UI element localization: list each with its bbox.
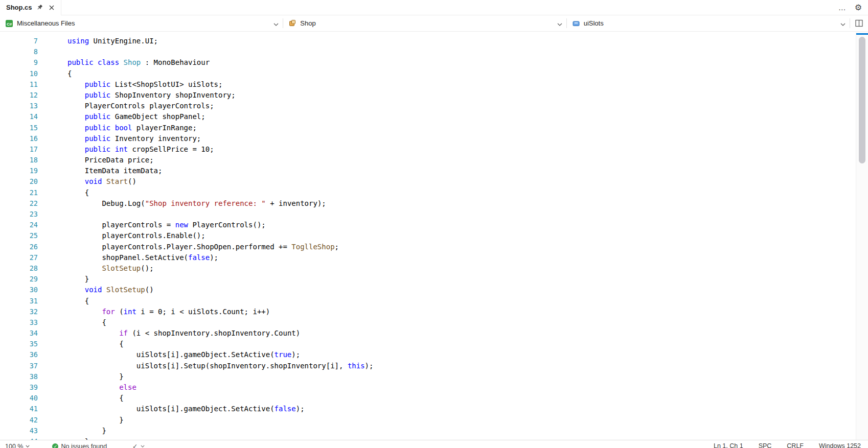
- code-token: ItemData itemData;: [67, 167, 162, 175]
- code-token: }: [67, 416, 124, 424]
- code-token: [67, 112, 85, 121]
- code-line[interactable]: 7using UnityEngine.UI;: [0, 36, 868, 46]
- code-text: {: [67, 393, 124, 404]
- split-window-icon[interactable]: [855, 19, 863, 27]
- code-line[interactable]: 27 shopPanel.SetActive(false);: [0, 252, 868, 263]
- code-text: for (int i = 0; i < uiSlots.Count; i++): [67, 306, 270, 317]
- line-number: 20: [0, 176, 38, 187]
- code-line[interactable]: 36 uiSlots[i].gameObject.SetActive(true)…: [0, 349, 868, 360]
- code-token: playerControls.Enable();: [67, 231, 205, 240]
- code-line[interactable]: 22 Debug.Log("Shop inventory reference: …: [0, 198, 868, 209]
- code-line[interactable]: 9public class Shop : MonoBehaviour: [0, 57, 868, 68]
- code-token: [67, 329, 119, 337]
- scrollbar-thumb[interactable]: [859, 37, 865, 163]
- code-token: {: [67, 318, 106, 326]
- code-line[interactable]: 29 }: [0, 274, 868, 285]
- code-line[interactable]: 20 void Start(): [0, 176, 868, 187]
- encoding[interactable]: Windows 1252: [819, 442, 861, 448]
- code-token: ShopInventory shopInventory;: [110, 91, 235, 99]
- type-dropdown-label: Shop: [300, 19, 315, 27]
- navigation-bar: C# Miscellaneous Files Shop uiSlots: [0, 15, 868, 32]
- code-line[interactable]: 28 SlotSetup();: [0, 263, 868, 274]
- code-line[interactable]: 21 {: [0, 187, 868, 198]
- pin-icon[interactable]: [36, 4, 44, 12]
- code-line[interactable]: 16 public Inventory inventory;: [0, 133, 868, 144]
- line-number: 12: [0, 90, 38, 101]
- code-line[interactable]: 40 {: [0, 393, 868, 404]
- line-ending[interactable]: CRLF: [787, 442, 804, 448]
- code-line[interactable]: 18 PriceData price;: [0, 155, 868, 166]
- line-number: 27: [0, 252, 38, 263]
- line-number: 29: [0, 274, 38, 285]
- line-number: 37: [0, 361, 38, 371]
- class-icon: [288, 19, 296, 28]
- code-line[interactable]: 31 {: [0, 296, 868, 306]
- code-line[interactable]: 24 playerControls = new PlayerControls()…: [0, 220, 868, 230]
- code-token: uiSlots[i].gameObject.SetActive(: [67, 405, 275, 413]
- code-cleanup-button[interactable]: ✓: [132, 442, 144, 448]
- zoom-selector[interactable]: 100 %: [5, 443, 30, 448]
- code-line[interactable]: 44 }: [0, 436, 868, 440]
- code-token: PriceData price;: [67, 156, 154, 164]
- code-text: public bool playerInRange;: [67, 123, 197, 133]
- line-number: 30: [0, 285, 38, 295]
- code-line[interactable]: 23: [0, 209, 868, 220]
- code-token: public: [85, 80, 111, 88]
- code-text: {: [67, 317, 106, 328]
- code-line[interactable]: 34 if (i < shopInventory.shopInventory.C…: [0, 328, 868, 339]
- caret-position[interactable]: Ln 1, Ch 1: [714, 442, 743, 448]
- code-text: ItemData itemData;: [67, 166, 162, 176]
- indentation-mode[interactable]: SPC: [759, 442, 772, 448]
- line-number: 19: [0, 166, 38, 176]
- code-line[interactable]: 15 public bool playerInRange;: [0, 123, 868, 133]
- code-line[interactable]: 35 {: [0, 339, 868, 349]
- code-line[interactable]: 30 void SlotSetup(): [0, 285, 868, 295]
- line-number: 38: [0, 371, 38, 382]
- line-number: 11: [0, 79, 38, 90]
- code-line[interactable]: 42 }: [0, 415, 868, 426]
- code-line[interactable]: 39 else: [0, 382, 868, 393]
- code-line[interactable]: 41 uiSlots[i].gameObject.SetActive(false…: [0, 404, 868, 414]
- line-number: 22: [0, 198, 38, 209]
- code-line[interactable]: 37 uiSlots[i].Setup(shopInventory.shopIn…: [0, 361, 868, 371]
- code-line[interactable]: 10{: [0, 68, 868, 79]
- code-line[interactable]: 17 public int cropSellPrice = 10;: [0, 144, 868, 155]
- line-number: 17: [0, 144, 38, 155]
- code-text: if (i < shopInventory.shopInventory.Coun…: [67, 328, 300, 339]
- code-line[interactable]: 25 playerControls.Enable();: [0, 230, 868, 241]
- line-number: 31: [0, 296, 38, 306]
- code-line[interactable]: 33 {: [0, 317, 868, 328]
- code-line[interactable]: 14 public GameObject shopPanel;: [0, 111, 868, 122]
- code-line[interactable]: 26 playerControls.Player.ShopOpen.perfor…: [0, 242, 868, 252]
- tab-shop-cs[interactable]: Shop.cs: [0, 0, 61, 15]
- code-token: [67, 91, 85, 99]
- code-text: }: [67, 371, 124, 382]
- issues-indicator[interactable]: ✓ No issues found: [52, 443, 107, 448]
- code-line[interactable]: 13 PlayerControls playerControls;: [0, 101, 868, 111]
- code-line[interactable]: 43 }: [0, 426, 868, 436]
- code-line[interactable]: 12 public ShopInventory shopInventory;: [0, 90, 868, 101]
- gear-icon[interactable]: ⚙: [855, 3, 862, 12]
- code-line[interactable]: 32 for (int i = 0; i < uiSlots.Count; i+…: [0, 306, 868, 317]
- close-icon[interactable]: [48, 4, 56, 12]
- line-number: 43: [0, 426, 38, 436]
- code-token: ToglleShop: [291, 243, 334, 251]
- code-token: [102, 177, 106, 185]
- type-dropdown[interactable]: Shop: [283, 15, 566, 31]
- code-token: Inventory inventory;: [110, 134, 201, 143]
- vertical-scrollbar[interactable]: [856, 32, 868, 440]
- code-token: [67, 308, 102, 316]
- tab-overflow-button[interactable]: …: [838, 5, 847, 10]
- code-text: void SlotSetup(): [67, 285, 154, 295]
- code-text: playerControls = new PlayerControls();: [67, 220, 266, 230]
- code-editor[interactable]: 7using UnityEngine.UI;89public class Sho…: [0, 32, 868, 440]
- code-line[interactable]: 8: [0, 46, 868, 57]
- code-text: }: [67, 415, 124, 426]
- project-dropdown[interactable]: C# Miscellaneous Files: [0, 15, 283, 31]
- line-number: 8: [0, 46, 38, 57]
- code-line[interactable]: 11 public List<ShopSlotUI> uiSlots;: [0, 79, 868, 90]
- member-dropdown[interactable]: uiSlots: [567, 15, 850, 31]
- code-line[interactable]: 19 ItemData itemData;: [0, 166, 868, 176]
- code-token: for: [102, 308, 115, 316]
- code-line[interactable]: 38 }: [0, 371, 868, 382]
